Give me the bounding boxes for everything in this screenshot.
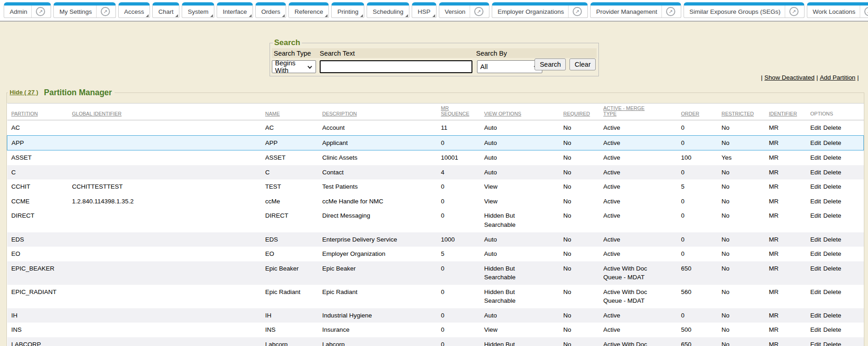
sort-link[interactable]: ACTIVE - MERGE TYPE <box>604 105 650 116</box>
cell-description: Applicant <box>322 135 441 150</box>
edit-link[interactable]: Edit <box>811 250 821 257</box>
tab-popout-segment[interactable]: ↗ <box>661 6 675 17</box>
table-row-ih[interactable]: IHIHIndustrial Hygiene0AutoNoActive0NoMR… <box>7 308 864 323</box>
edit-link[interactable]: Edit <box>811 265 821 272</box>
sort-link[interactable]: REQUIRED <box>563 111 590 116</box>
sort-link[interactable]: ORDER <box>681 111 700 116</box>
tab-printing[interactable]: Printing <box>331 2 364 18</box>
table-row-eo[interactable]: EOEOEmployer Organization5AutoNoActive0N… <box>7 247 864 261</box>
column-header-identifier[interactable]: IDENTIFIER <box>769 104 811 121</box>
tab-system[interactable]: System <box>182 2 214 18</box>
tab-orders[interactable]: Orders <box>255 2 286 18</box>
sort-link[interactable]: GLOBAL IDENTIFIER <box>72 111 122 116</box>
delete-link[interactable]: Delete <box>823 154 841 161</box>
edit-link[interactable]: Edit <box>811 312 821 319</box>
sort-link[interactable]: VIEW OPTIONS <box>484 111 522 116</box>
tab-provider-management[interactable]: Provider Management↗ <box>590 2 681 18</box>
sort-link[interactable]: IDENTIFIER <box>769 111 797 116</box>
search-type-select[interactable]: Begins With <box>272 60 316 73</box>
tab-popout-segment[interactable]: ↗ <box>785 6 799 17</box>
tab-scheduling[interactable]: Scheduling <box>367 2 409 18</box>
delete-link[interactable]: Delete <box>823 288 841 295</box>
tab-reference[interactable]: Reference <box>288 2 329 18</box>
column-header-partition[interactable]: PARTITION <box>7 104 72 121</box>
tab-interface[interactable]: Interface <box>217 2 253 18</box>
table-row-asset[interactable]: ASSETASSETClinic Assets10001AutoNoActive… <box>7 150 864 165</box>
edit-link[interactable]: Edit <box>811 183 821 190</box>
edit-link[interactable]: Edit <box>811 198 821 205</box>
column-header-description[interactable]: DESCRIPTION <box>322 104 441 121</box>
column-header-order[interactable]: ORDER <box>681 104 722 121</box>
edit-link[interactable]: Edit <box>811 341 821 346</box>
column-header-restricted[interactable]: RESTRICTED <box>722 104 769 121</box>
tab-popout-segment[interactable]: ↗ <box>31 6 45 17</box>
delete-link[interactable]: Delete <box>823 183 841 190</box>
tab-access[interactable]: Access <box>118 2 150 18</box>
table-row-epic-radiant[interactable]: EPIC_RADIANTEpic RadiantEpic Radiant0Hid… <box>7 285 864 308</box>
clear-button[interactable]: Clear <box>569 58 596 70</box>
table-row-c[interactable]: CCContact4AutoNoActive0NoMREditDelete <box>7 165 864 180</box>
sort-link[interactable]: NAME <box>265 111 280 116</box>
sort-link[interactable]: DESCRIPTION <box>322 111 357 116</box>
delete-link[interactable]: Delete <box>823 312 841 319</box>
sort-link[interactable]: MR SEQUENCE <box>441 105 471 116</box>
table-row-ins[interactable]: INSINSInsurance0ViewNoActive500NoMREditD… <box>7 323 864 337</box>
table-row-app[interactable]: APPAPPApplicant0AutoNoActive0NoMREditDel… <box>7 135 864 150</box>
tab-admin[interactable]: Admin↗ <box>4 2 51 18</box>
tab-popout-segment[interactable]: ↗ <box>96 6 110 17</box>
delete-link[interactable]: Delete <box>823 326 841 333</box>
table-row-cchit[interactable]: CCHITCCHITTESTTESTTESTTest Patients0View… <box>7 179 864 194</box>
tab-label: Admin <box>10 8 27 15</box>
tab-hsp[interactable]: HSP <box>412 2 437 18</box>
search-text-input[interactable] <box>320 60 472 73</box>
column-header-mr-sequence[interactable]: MR SEQUENCE <box>441 104 484 121</box>
tab-popout-segment[interactable]: ↗ <box>470 6 483 17</box>
search-by-select[interactable]: All <box>477 60 542 73</box>
table-row-direct[interactable]: DIRECTDIRECTDirect Messaging0Hidden But … <box>7 208 864 232</box>
delete-link[interactable]: Delete <box>823 198 841 205</box>
sort-link[interactable]: PARTITION <box>11 111 38 116</box>
cell-value: Auto <box>484 138 497 148</box>
table-row-labcorp[interactable]: LABCORPLabcorpLabcorp0Hidden But Searcha… <box>7 337 864 346</box>
edit-link[interactable]: Edit <box>811 326 821 333</box>
edit-link[interactable]: Edit <box>811 139 821 146</box>
delete-link[interactable]: Delete <box>823 139 841 146</box>
table-row-ac[interactable]: ACACAccount11AutoNoActive0NoMREditDelete <box>7 120 864 135</box>
tab-my-settings[interactable]: My Settings↗ <box>53 2 116 18</box>
cell-name: Epic Beaker <box>265 261 322 285</box>
delete-link[interactable]: Delete <box>823 250 841 257</box>
tab-employer-organizations[interactable]: Employer Organizations↗ <box>492 2 588 18</box>
column-header-active-merge-type[interactable]: ACTIVE - MERGE TYPE <box>604 104 681 121</box>
delete-link[interactable]: Delete <box>823 124 841 131</box>
add-partition-link[interactable]: Add Partition <box>820 74 855 81</box>
column-header-required[interactable]: REQUIRED <box>563 104 604 121</box>
delete-link[interactable]: Delete <box>823 265 841 272</box>
edit-link[interactable]: Edit <box>811 124 821 131</box>
column-header-global-identifier[interactable]: GLOBAL IDENTIFIER <box>72 104 265 121</box>
delete-link[interactable]: Delete <box>823 236 841 243</box>
edit-link[interactable]: Edit <box>811 169 821 176</box>
tab-popout-segment[interactable]: ↗ <box>568 6 582 17</box>
edit-link[interactable]: Edit <box>811 154 821 161</box>
sort-link[interactable]: RESTRICTED <box>722 111 754 116</box>
column-header-name[interactable]: NAME <box>265 104 322 121</box>
tab-work-locations[interactable]: Work Locations↗ <box>807 2 868 18</box>
tab-similar-exposure-groups-segs[interactable]: Similar Exposure Groups (SEGs)↗ <box>684 2 805 18</box>
delete-link[interactable]: Delete <box>823 212 841 219</box>
tab-popout-segment[interactable]: ↗ <box>860 6 868 17</box>
table-row-ccme[interactable]: CCME1.2.840.114398.1.35.2ccMeccMe Handle… <box>7 194 864 209</box>
edit-link[interactable]: Edit <box>811 288 821 295</box>
delete-link[interactable]: Delete <box>823 341 841 346</box>
search-button[interactable]: Search <box>535 58 566 70</box>
tab-version[interactable]: Version↗ <box>439 2 489 18</box>
cell-value: MR <box>769 265 779 272</box>
column-header-view-options[interactable]: VIEW OPTIONS <box>484 104 563 121</box>
table-row-epic-beaker[interactable]: EPIC_BEAKEREpic BeakerEpic Beaker0Hidden… <box>7 261 864 285</box>
table-row-eds[interactable]: EDSEDSEnterprise Delivery Service1000Aut… <box>7 232 864 247</box>
delete-link[interactable]: Delete <box>823 169 841 176</box>
hide-link[interactable]: Hide ( 27 ) <box>10 89 38 96</box>
edit-link[interactable]: Edit <box>811 236 821 243</box>
edit-link[interactable]: Edit <box>811 212 821 219</box>
show-deactivated-link[interactable]: Show Deactivated <box>765 74 815 81</box>
tab-chart[interactable]: Chart <box>152 2 179 18</box>
